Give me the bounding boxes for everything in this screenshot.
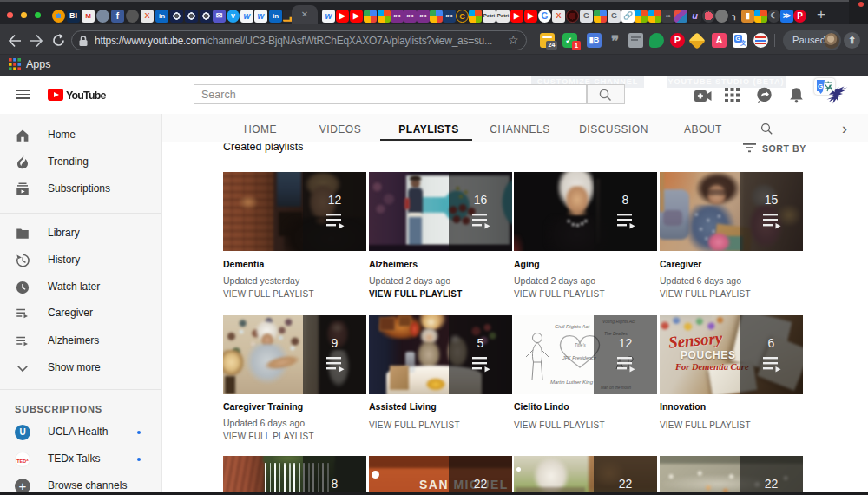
svg-text:G: G <box>818 82 823 89</box>
svg-text:JFK Presidency: JFK Presidency <box>562 355 597 360</box>
svg-text:Civil Rights Act: Civil Rights Act <box>555 324 589 329</box>
svg-text:Martin Luther King: Martin Luther King <box>550 380 594 385</box>
svg-text:Title's: Title's <box>575 342 586 347</box>
